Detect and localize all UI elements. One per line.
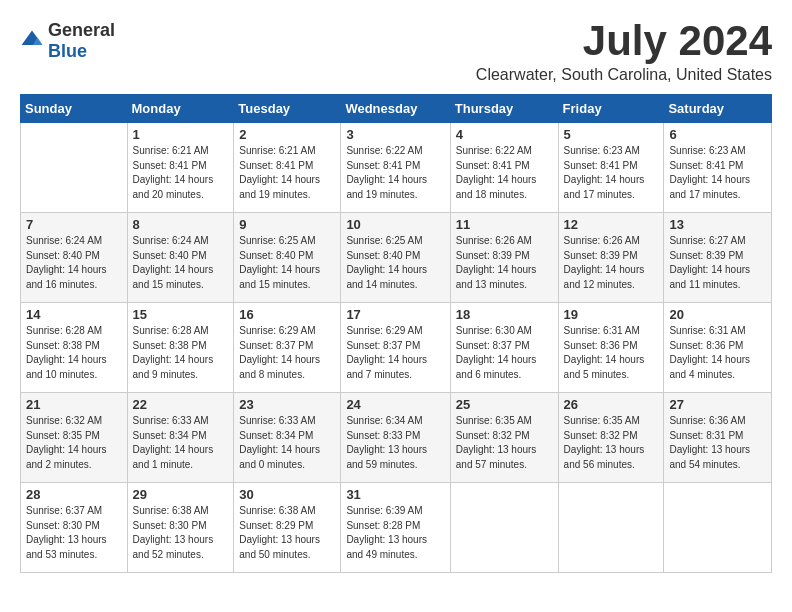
page-header: General Blue July 2024 Clearwater, South… [20, 20, 772, 84]
calendar-cell: 23Sunrise: 6:33 AM Sunset: 8:34 PM Dayli… [234, 393, 341, 483]
calendar-cell [558, 483, 664, 573]
day-number: 11 [456, 217, 553, 232]
calendar-cell: 2Sunrise: 6:21 AM Sunset: 8:41 PM Daylig… [234, 123, 341, 213]
calendar-cell: 8Sunrise: 6:24 AM Sunset: 8:40 PM Daylig… [127, 213, 234, 303]
day-info: Sunrise: 6:28 AM Sunset: 8:38 PM Dayligh… [133, 324, 229, 382]
day-number: 19 [564, 307, 659, 322]
day-number: 9 [239, 217, 335, 232]
header-thursday: Thursday [450, 95, 558, 123]
calendar-cell: 9Sunrise: 6:25 AM Sunset: 8:40 PM Daylig… [234, 213, 341, 303]
calendar-cell: 30Sunrise: 6:38 AM Sunset: 8:29 PM Dayli… [234, 483, 341, 573]
week-row-3: 14Sunrise: 6:28 AM Sunset: 8:38 PM Dayli… [21, 303, 772, 393]
calendar-cell: 19Sunrise: 6:31 AM Sunset: 8:36 PM Dayli… [558, 303, 664, 393]
week-row-1: 1Sunrise: 6:21 AM Sunset: 8:41 PM Daylig… [21, 123, 772, 213]
day-number: 29 [133, 487, 229, 502]
calendar-cell: 12Sunrise: 6:26 AM Sunset: 8:39 PM Dayli… [558, 213, 664, 303]
day-info: Sunrise: 6:36 AM Sunset: 8:31 PM Dayligh… [669, 414, 766, 472]
calendar-cell: 28Sunrise: 6:37 AM Sunset: 8:30 PM Dayli… [21, 483, 128, 573]
calendar-cell: 18Sunrise: 6:30 AM Sunset: 8:37 PM Dayli… [450, 303, 558, 393]
day-info: Sunrise: 6:21 AM Sunset: 8:41 PM Dayligh… [133, 144, 229, 202]
day-info: Sunrise: 6:25 AM Sunset: 8:40 PM Dayligh… [346, 234, 444, 292]
day-info: Sunrise: 6:38 AM Sunset: 8:29 PM Dayligh… [239, 504, 335, 562]
day-number: 5 [564, 127, 659, 142]
day-number: 8 [133, 217, 229, 232]
calendar-cell: 31Sunrise: 6:39 AM Sunset: 8:28 PM Dayli… [341, 483, 450, 573]
calendar-cell: 11Sunrise: 6:26 AM Sunset: 8:39 PM Dayli… [450, 213, 558, 303]
month-title: July 2024 [476, 20, 772, 62]
week-row-2: 7Sunrise: 6:24 AM Sunset: 8:40 PM Daylig… [21, 213, 772, 303]
day-number: 28 [26, 487, 122, 502]
day-number: 20 [669, 307, 766, 322]
calendar-cell: 25Sunrise: 6:35 AM Sunset: 8:32 PM Dayli… [450, 393, 558, 483]
day-number: 24 [346, 397, 444, 412]
day-number: 16 [239, 307, 335, 322]
calendar-body: 1Sunrise: 6:21 AM Sunset: 8:41 PM Daylig… [21, 123, 772, 573]
day-info: Sunrise: 6:23 AM Sunset: 8:41 PM Dayligh… [564, 144, 659, 202]
calendar-cell: 5Sunrise: 6:23 AM Sunset: 8:41 PM Daylig… [558, 123, 664, 213]
calendar-table: SundayMondayTuesdayWednesdayThursdayFrid… [20, 94, 772, 573]
day-info: Sunrise: 6:26 AM Sunset: 8:39 PM Dayligh… [456, 234, 553, 292]
day-info: Sunrise: 6:21 AM Sunset: 8:41 PM Dayligh… [239, 144, 335, 202]
calendar-cell: 22Sunrise: 6:33 AM Sunset: 8:34 PM Dayli… [127, 393, 234, 483]
header-tuesday: Tuesday [234, 95, 341, 123]
day-info: Sunrise: 6:27 AM Sunset: 8:39 PM Dayligh… [669, 234, 766, 292]
day-info: Sunrise: 6:24 AM Sunset: 8:40 PM Dayligh… [26, 234, 122, 292]
day-number: 4 [456, 127, 553, 142]
day-number: 2 [239, 127, 335, 142]
logo-general: General [48, 20, 115, 40]
day-number: 7 [26, 217, 122, 232]
day-info: Sunrise: 6:33 AM Sunset: 8:34 PM Dayligh… [133, 414, 229, 472]
day-info: Sunrise: 6:29 AM Sunset: 8:37 PM Dayligh… [346, 324, 444, 382]
calendar-cell: 14Sunrise: 6:28 AM Sunset: 8:38 PM Dayli… [21, 303, 128, 393]
location-title: Clearwater, South Carolina, United State… [476, 66, 772, 84]
day-info: Sunrise: 6:33 AM Sunset: 8:34 PM Dayligh… [239, 414, 335, 472]
calendar-cell: 27Sunrise: 6:36 AM Sunset: 8:31 PM Dayli… [664, 393, 772, 483]
day-info: Sunrise: 6:23 AM Sunset: 8:41 PM Dayligh… [669, 144, 766, 202]
logo-icon [20, 29, 44, 53]
day-number: 25 [456, 397, 553, 412]
calendar-cell: 24Sunrise: 6:34 AM Sunset: 8:33 PM Dayli… [341, 393, 450, 483]
calendar-cell: 10Sunrise: 6:25 AM Sunset: 8:40 PM Dayli… [341, 213, 450, 303]
header-saturday: Saturday [664, 95, 772, 123]
day-info: Sunrise: 6:30 AM Sunset: 8:37 PM Dayligh… [456, 324, 553, 382]
day-number: 14 [26, 307, 122, 322]
day-info: Sunrise: 6:28 AM Sunset: 8:38 PM Dayligh… [26, 324, 122, 382]
day-info: Sunrise: 6:26 AM Sunset: 8:39 PM Dayligh… [564, 234, 659, 292]
day-info: Sunrise: 6:39 AM Sunset: 8:28 PM Dayligh… [346, 504, 444, 562]
calendar-cell: 6Sunrise: 6:23 AM Sunset: 8:41 PM Daylig… [664, 123, 772, 213]
calendar-cell: 3Sunrise: 6:22 AM Sunset: 8:41 PM Daylig… [341, 123, 450, 213]
day-info: Sunrise: 6:31 AM Sunset: 8:36 PM Dayligh… [669, 324, 766, 382]
header-wednesday: Wednesday [341, 95, 450, 123]
day-info: Sunrise: 6:35 AM Sunset: 8:32 PM Dayligh… [456, 414, 553, 472]
day-info: Sunrise: 6:32 AM Sunset: 8:35 PM Dayligh… [26, 414, 122, 472]
title-section: July 2024 Clearwater, South Carolina, Un… [476, 20, 772, 84]
day-info: Sunrise: 6:22 AM Sunset: 8:41 PM Dayligh… [456, 144, 553, 202]
calendar-cell: 13Sunrise: 6:27 AM Sunset: 8:39 PM Dayli… [664, 213, 772, 303]
day-number: 26 [564, 397, 659, 412]
day-number: 21 [26, 397, 122, 412]
day-number: 27 [669, 397, 766, 412]
calendar-cell: 21Sunrise: 6:32 AM Sunset: 8:35 PM Dayli… [21, 393, 128, 483]
header-row: SundayMondayTuesdayWednesdayThursdayFrid… [21, 95, 772, 123]
calendar-cell: 20Sunrise: 6:31 AM Sunset: 8:36 PM Dayli… [664, 303, 772, 393]
calendar-cell: 15Sunrise: 6:28 AM Sunset: 8:38 PM Dayli… [127, 303, 234, 393]
week-row-5: 28Sunrise: 6:37 AM Sunset: 8:30 PM Dayli… [21, 483, 772, 573]
day-number: 31 [346, 487, 444, 502]
day-info: Sunrise: 6:25 AM Sunset: 8:40 PM Dayligh… [239, 234, 335, 292]
day-number: 13 [669, 217, 766, 232]
calendar-cell [21, 123, 128, 213]
day-info: Sunrise: 6:22 AM Sunset: 8:41 PM Dayligh… [346, 144, 444, 202]
header-friday: Friday [558, 95, 664, 123]
day-number: 17 [346, 307, 444, 322]
logo: General Blue [20, 20, 115, 62]
day-number: 1 [133, 127, 229, 142]
day-info: Sunrise: 6:37 AM Sunset: 8:30 PM Dayligh… [26, 504, 122, 562]
day-number: 15 [133, 307, 229, 322]
day-info: Sunrise: 6:24 AM Sunset: 8:40 PM Dayligh… [133, 234, 229, 292]
day-info: Sunrise: 6:38 AM Sunset: 8:30 PM Dayligh… [133, 504, 229, 562]
calendar-cell: 16Sunrise: 6:29 AM Sunset: 8:37 PM Dayli… [234, 303, 341, 393]
day-info: Sunrise: 6:31 AM Sunset: 8:36 PM Dayligh… [564, 324, 659, 382]
day-number: 18 [456, 307, 553, 322]
calendar-header: SundayMondayTuesdayWednesdayThursdayFrid… [21, 95, 772, 123]
day-number: 3 [346, 127, 444, 142]
